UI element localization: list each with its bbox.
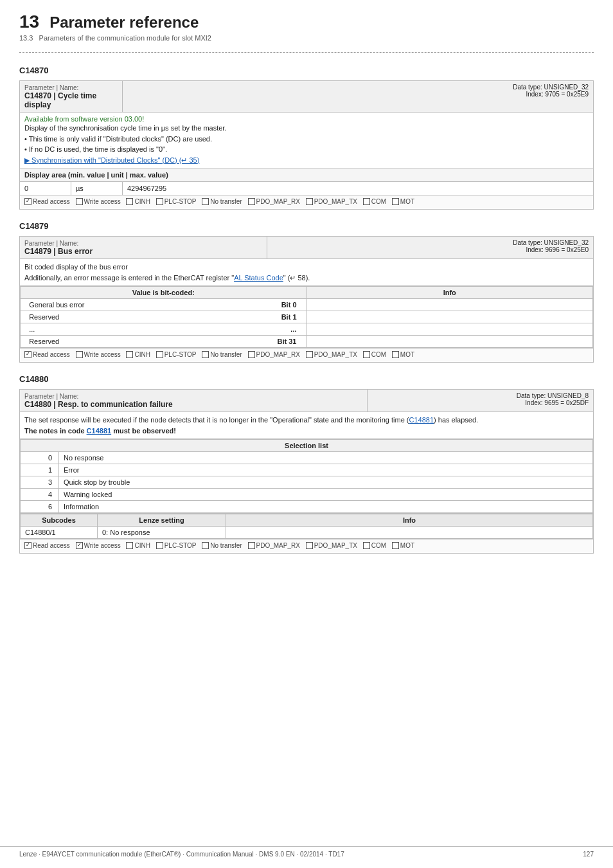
subcodes-header-subcode: Subcodes	[21, 514, 98, 527]
cb-cinh-c14870	[126, 198, 133, 205]
cb-mot-c14870	[392, 198, 399, 205]
cb-plcstop-c14870	[156, 198, 163, 205]
access-row-c14879: Read access Write access CINH PLC-STOP N…	[20, 348, 594, 363]
cb-cinh-c14879	[126, 351, 133, 358]
cb-write-c14870	[76, 198, 83, 205]
cb-write-c14879	[76, 351, 83, 358]
bit-table-c14879: Value is bit-coded: Info Bit 0 General b…	[20, 286, 593, 348]
bit-row-31: Bit 31 Reserved	[21, 336, 593, 348]
selection-row-3: 3 Quick stop by trouble	[21, 476, 593, 489]
selection-row-1: 1 Error	[21, 464, 593, 476]
selection-header-c14880: Selection list	[21, 440, 593, 452]
bit-info-header-c14879: Info	[306, 287, 593, 299]
cb-com-c14879	[363, 351, 370, 358]
param-desc-c14879: Bit coded display of the bus error Addit…	[24, 262, 589, 283]
section-label-c14880: C14880	[19, 374, 594, 384]
data-type-c14879: Data type: UNSIGNED_32	[513, 239, 589, 246]
cb-pdotx-c14880	[306, 542, 313, 549]
param-name-c14880: C14880 | Resp. to communication failure	[24, 400, 173, 409]
cb-plcstop-c14879	[156, 351, 163, 358]
cb-plcstop-c14880	[156, 542, 163, 549]
data-type-c14870: Data type: UNSIGNED_32	[513, 84, 589, 91]
cb-pdotx-c14879	[306, 351, 313, 358]
section-label-c14870: C14870	[19, 66, 594, 75]
section-label-c14879: C14879	[19, 221, 594, 231]
param-name-c14870: C14870 | Cycle time display	[24, 91, 96, 109]
param-desc-c14880: The set response will be executed if the…	[24, 415, 589, 436]
cb-read-c14870	[24, 198, 31, 205]
available-note-c14870: Available from software version 03.00!	[24, 115, 589, 123]
access-row-c14880: Read access Write access CINH PLC-STOP N…	[20, 539, 594, 554]
cb-pdotx-c14870	[306, 198, 313, 205]
param-label-c14879: Parameter | Name:	[24, 240, 78, 247]
cb-read-c14879	[24, 351, 31, 358]
section-heading: 13.3 Parameters of the communication mod…	[19, 34, 594, 42]
param-table-c14879: Parameter | Name: C14879 | Bus error Dat…	[19, 236, 594, 363]
cb-notransfer-c14880	[202, 542, 209, 549]
selection-row-0: 0 No response	[21, 452, 593, 464]
display-area-min-c14870: 0	[20, 182, 71, 195]
cb-pdorx-c14870	[248, 198, 255, 205]
selection-row-6: 6 Information	[21, 501, 593, 513]
param-link-c14881-note[interactable]: C14881	[87, 427, 112, 435]
data-type-c14880: Data type: UNSIGNED_8	[517, 392, 589, 399]
display-area-unit-c14870: µs	[71, 182, 123, 195]
cb-write-c14880	[76, 542, 83, 549]
cb-read-c14880	[24, 542, 31, 549]
bit-row-1: Bit 1 Reserved	[21, 311, 593, 323]
bit-row-ellipsis: ... ...	[21, 323, 593, 336]
cb-pdorx-c14879	[248, 351, 255, 358]
selection-table-c14880: Selection list 0 No response 1 Error 3 Q…	[20, 439, 593, 513]
bit-row-0: Bit 0 General bus error	[21, 299, 593, 311]
param-label-c14880: Parameter | Name:	[24, 393, 78, 400]
subcodes-header-info: Info	[226, 514, 593, 527]
cb-com-c14880	[363, 542, 370, 549]
param-label-c14870: Parameter | Name:	[24, 84, 78, 91]
selection-row-4: 4 Warning locked	[21, 489, 593, 501]
page-footer: Lenze · E94AYCET communication module (E…	[0, 846, 613, 858]
cb-pdorx-c14880	[248, 542, 255, 549]
display-area-max-c14870: 4294967295	[123, 182, 594, 195]
display-area-header-c14870: Display area (min. value | unit | max. v…	[20, 168, 594, 182]
param-table-c14870: Parameter | Name: C14870 | Cycle time di…	[19, 80, 594, 210]
param-desc-c14870: Display of the synchronisation cycle tim…	[24, 123, 589, 165]
index-c14880: Index: 9695 = 0x25DF	[525, 399, 589, 406]
subcodes-table-c14880: Subcodes Lenze setting Info C14880/1 0: …	[20, 514, 593, 539]
param-link-c14870[interactable]: ▶ Synchronisation with "Distributed Cloc…	[24, 156, 199, 164]
subcode-row-0: C14880/1 0: No response	[21, 527, 593, 539]
bit-coded-header-c14879: Value is bit-coded:	[21, 287, 307, 299]
cb-mot-c14879	[392, 351, 399, 358]
page-title: Parameter reference	[49, 14, 199, 32]
index-c14870: Index: 9705 = 0x25E9	[526, 91, 589, 98]
access-row-c14870: Read access Write access CINH PLC-STOP N…	[20, 195, 594, 210]
divider	[19, 52, 594, 53]
cb-com-c14870	[363, 198, 370, 205]
param-link-c14881-desc[interactable]: C14881	[409, 416, 434, 424]
footer-right: 127	[583, 851, 594, 858]
page-number: 13	[19, 13, 39, 31]
footer-left: Lenze · E94AYCET communication module (E…	[19, 851, 344, 858]
cb-mot-c14880	[392, 542, 399, 549]
param-name-c14879: C14879 | Bus error	[24, 247, 93, 256]
index-c14879: Index: 9696 = 0x25E0	[526, 246, 589, 253]
param-link-alstatus-c14879[interactable]: AL Status Code	[234, 274, 283, 282]
subcodes-header-lenze: Lenze setting	[98, 514, 226, 527]
page-header: 13 Parameter reference	[19, 13, 594, 32]
cb-cinh-c14880	[126, 542, 133, 549]
cb-notransfer-c14870	[202, 198, 209, 205]
cb-notransfer-c14879	[202, 351, 209, 358]
param-table-c14880: Parameter | Name: C14880 | Resp. to comm…	[19, 389, 594, 554]
